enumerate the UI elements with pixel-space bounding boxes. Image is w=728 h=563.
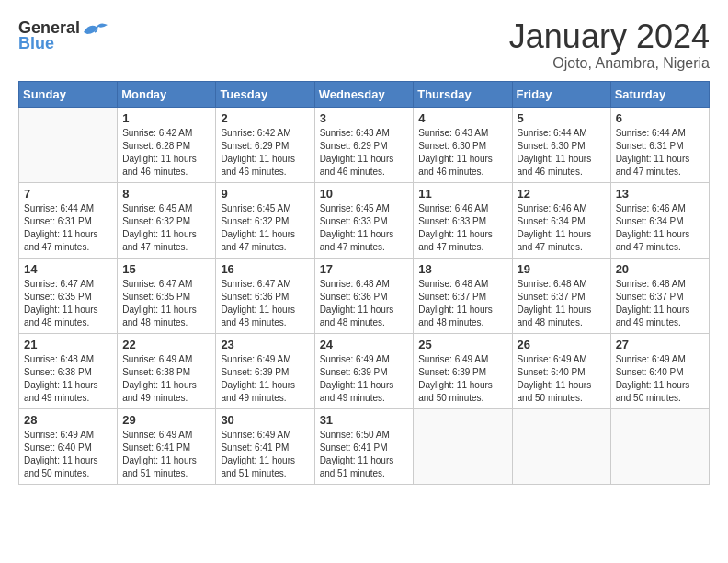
day-number: 3 [320,111,409,125]
day-info: Sunrise: 6:48 AM Sunset: 6:36 PM Dayligh… [320,278,409,329]
day-info: Sunrise: 6:49 AM Sunset: 6:39 PM Dayligh… [418,353,506,405]
day-number: 20 [616,262,704,276]
logo: General Blue [18,18,108,53]
calendar-week-row: 1Sunrise: 6:42 AM Sunset: 6:28 PM Daylig… [19,107,710,182]
day-number: 24 [320,338,409,351]
day-number: 15 [122,262,210,276]
calendar-day-cell: 30Sunrise: 6:49 AM Sunset: 6:41 PM Dayli… [216,408,314,484]
location-subtitle: Ojoto, Anambra, Nigeria [509,55,710,72]
day-info: Sunrise: 6:48 AM Sunset: 6:37 PM Dayligh… [418,278,506,329]
weekday-header: Saturday [610,81,709,107]
calendar-day-cell: 2Sunrise: 6:42 AM Sunset: 6:29 PM Daylig… [216,107,314,182]
day-number: 22 [122,338,210,351]
weekday-header: Tuesday [216,81,314,107]
calendar-day-cell: 9Sunrise: 6:45 AM Sunset: 6:32 PM Daylig… [216,182,314,258]
calendar-day-cell: 24Sunrise: 6:49 AM Sunset: 6:39 PM Dayli… [314,333,414,408]
day-number: 26 [518,338,606,351]
calendar-day-cell [512,408,610,484]
day-number: 11 [418,187,506,201]
calendar-week-row: 28Sunrise: 6:49 AM Sunset: 6:40 PM Dayli… [19,408,710,484]
calendar-day-cell: 20Sunrise: 6:48 AM Sunset: 6:37 PM Dayli… [610,258,709,333]
month-year-title: January 2024 [509,18,710,55]
day-info: Sunrise: 6:42 AM Sunset: 6:28 PM Dayligh… [122,127,210,178]
page-header: General Blue January 2024 Ojoto, Anambra… [18,18,710,72]
calendar-day-cell: 6Sunrise: 6:44 AM Sunset: 6:31 PM Daylig… [610,107,709,182]
day-number: 5 [518,111,606,125]
calendar-day-cell: 8Sunrise: 6:45 AM Sunset: 6:32 PM Daylig… [118,182,216,258]
calendar-week-row: 14Sunrise: 6:47 AM Sunset: 6:35 PM Dayli… [19,258,710,333]
day-number: 7 [24,187,112,201]
calendar-day-cell: 3Sunrise: 6:43 AM Sunset: 6:29 PM Daylig… [314,107,414,182]
day-number: 31 [320,413,409,427]
calendar-day-cell [610,408,709,484]
calendar-day-cell: 1Sunrise: 6:42 AM Sunset: 6:28 PM Daylig… [118,107,216,182]
day-number: 6 [616,111,704,125]
day-info: Sunrise: 6:48 AM Sunset: 6:38 PM Dayligh… [24,353,112,405]
day-number: 9 [221,187,309,201]
day-number: 1 [122,111,210,125]
day-info: Sunrise: 6:49 AM Sunset: 6:40 PM Dayligh… [24,429,112,480]
calendar-day-cell: 21Sunrise: 6:48 AM Sunset: 6:38 PM Dayli… [19,333,118,408]
day-info: Sunrise: 6:49 AM Sunset: 6:38 PM Dayligh… [122,353,210,405]
title-block: January 2024 Ojoto, Anambra, Nigeria [509,18,710,72]
day-info: Sunrise: 6:42 AM Sunset: 6:29 PM Dayligh… [221,127,309,178]
calendar-day-cell [19,107,118,182]
day-info: Sunrise: 6:45 AM Sunset: 6:32 PM Dayligh… [122,202,210,254]
calendar-day-cell: 26Sunrise: 6:49 AM Sunset: 6:40 PM Dayli… [512,333,610,408]
day-number: 17 [320,262,409,276]
calendar-day-cell: 22Sunrise: 6:49 AM Sunset: 6:38 PM Dayli… [118,333,216,408]
day-info: Sunrise: 6:45 AM Sunset: 6:33 PM Dayligh… [320,202,409,254]
weekday-header: Thursday [414,81,512,107]
calendar-header-row: SundayMondayTuesdayWednesdayThursdayFrid… [19,81,710,107]
day-info: Sunrise: 6:48 AM Sunset: 6:37 PM Dayligh… [518,278,606,329]
calendar-day-cell: 17Sunrise: 6:48 AM Sunset: 6:36 PM Dayli… [314,258,414,333]
calendar-day-cell: 7Sunrise: 6:44 AM Sunset: 6:31 PM Daylig… [19,182,118,258]
calendar-day-cell: 23Sunrise: 6:49 AM Sunset: 6:39 PM Dayli… [216,333,314,408]
day-number: 2 [221,111,309,125]
calendar-day-cell: 13Sunrise: 6:46 AM Sunset: 6:34 PM Dayli… [610,182,709,258]
calendar-day-cell: 29Sunrise: 6:49 AM Sunset: 6:41 PM Dayli… [118,408,216,484]
calendar-day-cell: 18Sunrise: 6:48 AM Sunset: 6:37 PM Dayli… [414,258,512,333]
day-info: Sunrise: 6:49 AM Sunset: 6:41 PM Dayligh… [122,429,210,480]
day-number: 25 [418,338,506,351]
day-number: 19 [518,262,606,276]
calendar-day-cell: 12Sunrise: 6:46 AM Sunset: 6:34 PM Dayli… [512,182,610,258]
day-info: Sunrise: 6:46 AM Sunset: 6:34 PM Dayligh… [518,202,606,254]
calendar-table: SundayMondayTuesdayWednesdayThursdayFrid… [18,81,710,485]
day-info: Sunrise: 6:48 AM Sunset: 6:37 PM Dayligh… [616,278,704,329]
day-number: 23 [221,338,309,351]
calendar-day-cell: 31Sunrise: 6:50 AM Sunset: 6:41 PM Dayli… [314,408,414,484]
day-number: 28 [24,413,112,427]
weekday-header: Wednesday [314,81,414,107]
calendar-day-cell: 14Sunrise: 6:47 AM Sunset: 6:35 PM Dayli… [19,258,118,333]
logo-blue-text: Blue [18,34,54,53]
day-info: Sunrise: 6:49 AM Sunset: 6:39 PM Dayligh… [320,353,409,405]
day-info: Sunrise: 6:49 AM Sunset: 6:40 PM Dayligh… [518,353,606,405]
weekday-header: Friday [512,81,610,107]
day-info: Sunrise: 6:43 AM Sunset: 6:30 PM Dayligh… [418,127,506,178]
day-number: 21 [24,338,112,351]
day-number: 10 [320,187,409,201]
calendar-week-row: 7Sunrise: 6:44 AM Sunset: 6:31 PM Daylig… [19,182,710,258]
day-info: Sunrise: 6:47 AM Sunset: 6:36 PM Dayligh… [221,278,309,329]
day-number: 16 [221,262,309,276]
day-number: 8 [122,187,210,201]
calendar-day-cell [414,408,512,484]
day-info: Sunrise: 6:49 AM Sunset: 6:39 PM Dayligh… [221,353,309,405]
calendar-day-cell: 5Sunrise: 6:44 AM Sunset: 6:30 PM Daylig… [512,107,610,182]
day-info: Sunrise: 6:46 AM Sunset: 6:34 PM Dayligh… [616,202,704,254]
day-info: Sunrise: 6:44 AM Sunset: 6:30 PM Dayligh… [518,127,606,178]
calendar-day-cell: 4Sunrise: 6:43 AM Sunset: 6:30 PM Daylig… [414,107,512,182]
day-info: Sunrise: 6:45 AM Sunset: 6:32 PM Dayligh… [221,202,309,254]
day-info: Sunrise: 6:49 AM Sunset: 6:40 PM Dayligh… [616,353,704,405]
day-info: Sunrise: 6:46 AM Sunset: 6:33 PM Dayligh… [418,202,506,254]
calendar-week-row: 21Sunrise: 6:48 AM Sunset: 6:38 PM Dayli… [19,333,710,408]
day-number: 18 [418,262,506,276]
calendar-day-cell: 10Sunrise: 6:45 AM Sunset: 6:33 PM Dayli… [314,182,414,258]
day-number: 4 [418,111,506,125]
day-number: 29 [122,413,210,427]
calendar-day-cell: 19Sunrise: 6:48 AM Sunset: 6:37 PM Dayli… [512,258,610,333]
day-number: 12 [518,187,606,201]
day-number: 14 [24,262,112,276]
calendar-day-cell: 15Sunrise: 6:47 AM Sunset: 6:35 PM Dayli… [118,258,216,333]
